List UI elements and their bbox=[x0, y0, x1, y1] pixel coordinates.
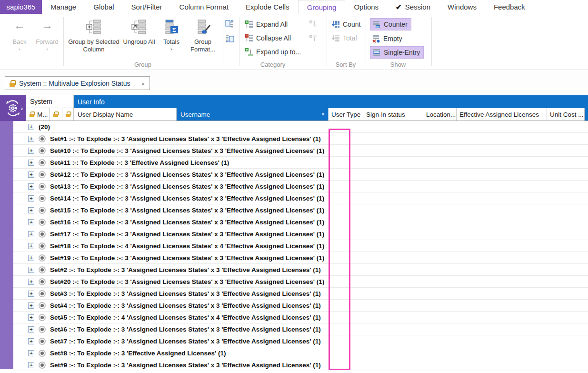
group-row[interactable]: + Set#15 :-: To Explode :-: 3 'Assigned … bbox=[13, 204, 588, 216]
expand-row-icon[interactable]: + bbox=[28, 124, 34, 130]
username-filter-caret-icon[interactable]: ▼ bbox=[321, 112, 325, 117]
expand-row-icon[interactable]: + bbox=[28, 231, 34, 237]
group-row[interactable]: + Set#1 :-: To Explode :-: 3 'Assigned L… bbox=[13, 133, 588, 145]
category-copy-down-button[interactable] bbox=[225, 33, 234, 43]
tab-windows[interactable]: Windows bbox=[439, 0, 485, 14]
tab-sapio365[interactable]: sapio365 bbox=[0, 0, 42, 14]
column-header-user-display-name[interactable]: User Display Name bbox=[74, 108, 177, 121]
row-label: Set#5 :-: To Explode :-: 4 'Assigned Lic… bbox=[50, 314, 321, 321]
expand-row-icon[interactable]: + bbox=[28, 255, 34, 261]
group-by-column-chip[interactable]: System :: Multivalue Explosion Status ▲ bbox=[5, 76, 150, 90]
expand-row-icon[interactable]: + bbox=[28, 136, 34, 142]
tab-explode-cells[interactable]: Explode Cells bbox=[237, 0, 298, 14]
expand-row-icon[interactable]: + bbox=[28, 291, 34, 297]
group-row[interactable]: + Set#3 :-: To Explode :-: 3 'Assigned L… bbox=[13, 288, 588, 300]
record-radio-icon bbox=[39, 183, 46, 190]
ungroup-all-button[interactable]: Ungroup All bbox=[121, 17, 157, 46]
group-row[interactable]: + Set#9 :-: To Explode :-: 3 'Assigned L… bbox=[13, 359, 588, 371]
header-band-columns: M... User Display Name Username ▼ User T… bbox=[26, 108, 588, 121]
column-header-locked-1[interactable] bbox=[50, 108, 62, 121]
group-row[interactable]: + Set#19 :-: To Explode :-: 3 'Assigned … bbox=[13, 252, 588, 264]
group-row[interactable]: + Set#16 :-: To Explode :-: 3 'Assigned … bbox=[13, 216, 588, 228]
expand-row-icon[interactable]: + bbox=[28, 195, 34, 202]
group-row[interactable]: + Set#14 :-: To Explode :-: 3 'Assigned … bbox=[13, 192, 588, 204]
expand-row-icon[interactable]: + bbox=[28, 219, 34, 225]
group-row[interactable]: + Set#13 :-: To Explode :-: 3 'Assigned … bbox=[13, 181, 588, 192]
header-group-system[interactable]: System bbox=[26, 95, 74, 108]
column-header-location[interactable]: Location... bbox=[423, 108, 457, 121]
group-row[interactable]: + Set#12 :-: To Explode :-: 3 'Assigned … bbox=[13, 169, 588, 181]
tab-sort-filter[interactable]: Sort/Filter bbox=[123, 0, 171, 14]
expand-up-to-button[interactable]: Expand up to... bbox=[245, 48, 301, 56]
show-counter-toggle[interactable]: (n) Counter bbox=[370, 19, 411, 30]
expand-row-icon[interactable]: + bbox=[28, 171, 34, 178]
column-header-m[interactable]: M... bbox=[26, 108, 50, 121]
totals-button[interactable]: Σ Totals ▾ bbox=[159, 17, 184, 51]
group-row[interactable]: + Set#5 :-: To Explode :-: 4 'Assigned L… bbox=[13, 312, 588, 323]
expand-row-icon[interactable]: + bbox=[28, 314, 34, 321]
record-radio-icon bbox=[39, 254, 46, 262]
group-row[interactable]: + Set#20 :-: To Explode :-: 3 'Assigned … bbox=[13, 276, 588, 288]
group-selector-row: System :: Multivalue Explosion Status ▲ bbox=[0, 70, 588, 95]
header-group-user-info[interactable]: User Info bbox=[74, 95, 588, 108]
category-copy-up-button[interactable] bbox=[225, 19, 234, 29]
group-row[interactable]: + Set#8 :-: To Explode :-: 3 'Effective … bbox=[13, 347, 588, 359]
tab-feedback[interactable]: Feedback bbox=[485, 0, 534, 14]
group-row[interactable]: + Set#2 :-: To Explode :-: 3 'Assigned L… bbox=[13, 264, 588, 276]
collapse-all-button[interactable]: Collapse All bbox=[245, 34, 291, 42]
column-header-user-type[interactable]: User Type bbox=[329, 108, 363, 121]
expand-row-icon[interactable]: + bbox=[28, 243, 34, 249]
expand-row-icon[interactable]: + bbox=[28, 362, 34, 368]
row-label: Set#15 :-: To Explode :-: 3 'Assigned Li… bbox=[50, 207, 324, 214]
sidebar-actions-box[interactable]: › bbox=[0, 95, 26, 121]
expand-row-icon[interactable]: + bbox=[28, 326, 34, 333]
group-row[interactable]: + (20) bbox=[13, 121, 588, 133]
expand-row-icon[interactable]: + bbox=[28, 183, 34, 190]
group-row[interactable]: + Set#18 :-: To Explode :-: 4 'Assigned … bbox=[13, 240, 588, 252]
tab-session[interactable]: ✔Session bbox=[387, 0, 439, 14]
expand-row-icon[interactable]: + bbox=[28, 267, 34, 273]
expand-row-icon[interactable]: + bbox=[28, 338, 34, 344]
back-dropdown-caret-icon: ▾ bbox=[6, 47, 33, 51]
expand-row-icon[interactable]: + bbox=[28, 207, 34, 213]
collapse-one-level-button[interactable] bbox=[309, 33, 318, 43]
expand-row-icon[interactable]: + bbox=[28, 279, 34, 285]
tab-global[interactable]: Global bbox=[85, 0, 122, 14]
group-row[interactable]: + Set#17 :-: To Explode :-: 3 'Assigned … bbox=[13, 228, 588, 240]
group-row[interactable]: + Set#6 :-: To Explode :-: 3 'Assigned L… bbox=[13, 323, 588, 335]
sort-by-total-button[interactable]: Σ Total bbox=[331, 34, 357, 42]
show-empty-toggle[interactable]: Empty bbox=[372, 34, 402, 43]
expand-row-icon[interactable]: + bbox=[28, 350, 34, 356]
column-header-locked-2[interactable] bbox=[62, 108, 74, 121]
group-row[interactable]: + Set#4 :-: To Explode :-: 3 'Assigned L… bbox=[13, 300, 588, 312]
tab-manage[interactable]: Manage bbox=[42, 0, 85, 14]
show-single-entry-toggle[interactable]: Single-Entry bbox=[370, 47, 423, 58]
row-label: Set#17 :-: To Explode :-: 3 'Assigned Li… bbox=[50, 231, 324, 238]
row-label: Set#11 :-: To Explode :-: 3 'Effective A… bbox=[50, 159, 229, 166]
expand-all-button[interactable]: Expand All bbox=[245, 20, 288, 29]
row-label: Set#18 :-: To Explode :-: 4 'Assigned Li… bbox=[50, 242, 324, 250]
tab-grouping[interactable]: Grouping bbox=[298, 0, 346, 14]
tab-column-format[interactable]: Column Format bbox=[171, 0, 237, 14]
group-row[interactable]: + Set#10 :-: To Explode :-: 3 'Assigned … bbox=[13, 145, 588, 157]
expand-row-icon[interactable]: + bbox=[28, 148, 34, 154]
group-format-button[interactable]: Group Format... bbox=[186, 17, 219, 53]
group-by-selected-column-button[interactable]: Group by Selected Column bbox=[68, 17, 120, 53]
group-row[interactable]: + Set#11 :-: To Explode :-: 3 'Effective… bbox=[13, 157, 588, 169]
expand-one-level-button[interactable] bbox=[309, 19, 318, 29]
expand-row-icon[interactable]: + bbox=[28, 302, 34, 309]
column-header-effective-assigned-licenses[interactable]: Effective Assigned Licenses bbox=[457, 108, 547, 121]
record-radio-icon bbox=[39, 350, 46, 357]
row-label: Set#19 :-: To Explode :-: 3 'Assigned Li… bbox=[50, 254, 324, 262]
group-row[interactable]: + Set#7 :-: To Explode :-: 3 'Assigned L… bbox=[13, 335, 588, 347]
column-header-unit-cost[interactable]: Unit Cost ... bbox=[547, 108, 585, 121]
column-header-username[interactable]: Username ▼ bbox=[177, 108, 329, 121]
tab-options[interactable]: Options bbox=[345, 0, 387, 14]
expand-row-icon[interactable]: + bbox=[28, 160, 34, 166]
expand-one-level-icon bbox=[309, 20, 318, 28]
back-button[interactable]: ← Back ▾ bbox=[6, 19, 33, 51]
expand-up-to-icon bbox=[245, 48, 253, 56]
column-header-sign-in-status[interactable]: Sign-in status bbox=[363, 108, 423, 121]
sort-by-count-button[interactable]: Count bbox=[331, 20, 360, 29]
forward-button[interactable]: → Forward ▾ bbox=[33, 19, 61, 51]
